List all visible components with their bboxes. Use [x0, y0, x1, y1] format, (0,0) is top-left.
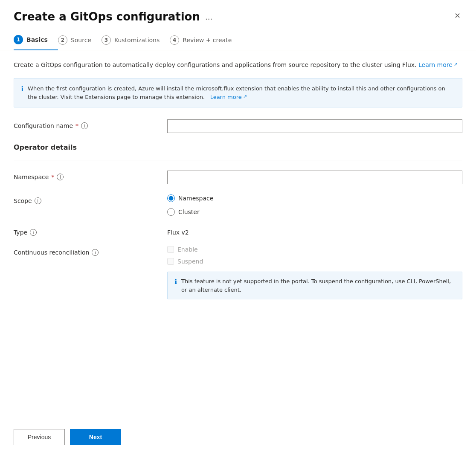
learn-more-text-desc: Learn more	[418, 61, 453, 70]
step-review-create[interactable]: 4 Review + create	[170, 30, 242, 50]
reconciliation-enable-checkbox[interactable]	[167, 246, 174, 253]
type-label-text: Type	[14, 229, 27, 236]
namespace-label-text: Namespace	[14, 174, 49, 180]
namespace-input[interactable]	[167, 171, 462, 184]
steps-bar: 1 Basics 2 Source 3 Kustomizations 4 Rev…	[0, 30, 476, 50]
step-kustomizations[interactable]: 3 Kustomizations	[102, 30, 170, 50]
scope-cluster-label: Cluster	[178, 209, 200, 215]
reconciliation-row: Continuous reconciliation i Enable Suspe…	[14, 246, 462, 299]
reconciliation-suspend-label: Suspend	[177, 258, 203, 265]
next-button[interactable]: Next	[70, 429, 121, 445]
operator-divider	[14, 160, 462, 160]
reconciliation-suspend-checkbox[interactable]	[167, 258, 174, 265]
type-label: Type i	[14, 226, 167, 236]
reconciliation-feature-info-icon: ℹ	[174, 278, 177, 286]
config-name-label: Configuration name * i	[14, 119, 167, 129]
info-banner: ℹ When the first configuration is create…	[14, 78, 462, 107]
scope-info-icon[interactable]: i	[35, 197, 41, 204]
step-1-circle: 1	[14, 35, 23, 44]
step-basics[interactable]: 1 Basics	[14, 30, 58, 50]
ellipsis-menu[interactable]: ...	[205, 12, 212, 21]
step-source[interactable]: 2 Source	[58, 30, 102, 50]
type-value: Flux v2	[167, 226, 189, 236]
reconciliation-suspend-option[interactable]: Suspend	[167, 258, 462, 265]
footer: Previous Next	[0, 422, 476, 452]
step-1-label: Basics	[26, 36, 48, 43]
external-link-icon-desc: ↗	[454, 61, 458, 69]
scope-namespace-radio[interactable]	[167, 194, 175, 202]
create-gitops-panel: Create a GitOps configuration ... ✕ 1 Ba…	[0, 0, 476, 452]
scope-label-text: Scope	[14, 197, 32, 204]
info-banner-text: When the first configuration is created,…	[28, 84, 455, 101]
reconciliation-feature-info-text: This feature is not yet supported in the…	[181, 277, 455, 294]
close-button[interactable]: ✕	[453, 10, 462, 21]
config-name-label-text: Configuration name	[14, 122, 73, 129]
learn-more-link-desc[interactable]: Learn more ↗	[418, 61, 458, 70]
config-name-input[interactable]	[167, 119, 462, 133]
panel-header: Create a GitOps configuration ... ✕	[0, 0, 476, 30]
namespace-row: Namespace * i	[14, 171, 462, 184]
panel-title: Create a GitOps configuration	[14, 10, 200, 23]
scope-cluster-option[interactable]: Cluster	[167, 208, 213, 216]
step-2-circle: 2	[58, 35, 67, 45]
reconciliation-info-icon[interactable]: i	[92, 249, 99, 256]
scope-cluster-radio[interactable]	[167, 208, 175, 216]
scope-radio-group: Namespace Cluster	[167, 194, 213, 216]
learn-more-link-banner[interactable]: Learn more ↗	[210, 93, 247, 101]
reconciliation-feature-info: ℹ This feature is not yet supported in t…	[167, 272, 462, 299]
external-link-icon-banner: ↗	[243, 93, 247, 101]
config-name-info-icon[interactable]: i	[81, 122, 88, 129]
namespace-info-icon[interactable]: i	[57, 174, 64, 180]
config-name-row: Configuration name * i	[14, 119, 462, 133]
description-main: Create a GitOps configuration to automat…	[14, 61, 417, 68]
config-name-required: *	[75, 122, 78, 129]
step-3-circle: 3	[102, 35, 111, 45]
step-4-circle: 4	[170, 35, 179, 45]
type-row: Type i Flux v2	[14, 226, 462, 236]
reconciliation-enable-option[interactable]: Enable	[167, 246, 462, 253]
reconciliation-enable-label: Enable	[177, 246, 198, 253]
step-2-label: Source	[71, 37, 91, 43]
learn-more-text-banner: Learn more	[210, 93, 242, 101]
namespace-label: Namespace * i	[14, 171, 167, 180]
step-4-label: Review + create	[183, 37, 232, 43]
main-content: Create a GitOps configuration to automat…	[0, 50, 476, 422]
step-3-label: Kustomizations	[114, 37, 160, 43]
type-info-icon[interactable]: i	[30, 229, 37, 236]
reconciliation-label: Continuous reconciliation i	[14, 246, 167, 256]
scope-label: Scope i	[14, 194, 167, 204]
scope-row: Scope i Namespace Cluster	[14, 194, 462, 216]
operator-details-title: Operator details	[14, 143, 462, 151]
description-text: Create a GitOps configuration to automat…	[14, 61, 462, 70]
reconciliation-options: Enable Suspend ℹ This feature is not yet…	[167, 246, 462, 299]
previous-button[interactable]: Previous	[14, 429, 65, 445]
scope-namespace-label: Namespace	[178, 195, 213, 202]
namespace-required: *	[51, 174, 54, 180]
info-banner-icon: ℹ	[21, 85, 23, 93]
scope-namespace-option[interactable]: Namespace	[167, 194, 213, 202]
reconciliation-label-text: Continuous reconciliation	[14, 249, 89, 256]
